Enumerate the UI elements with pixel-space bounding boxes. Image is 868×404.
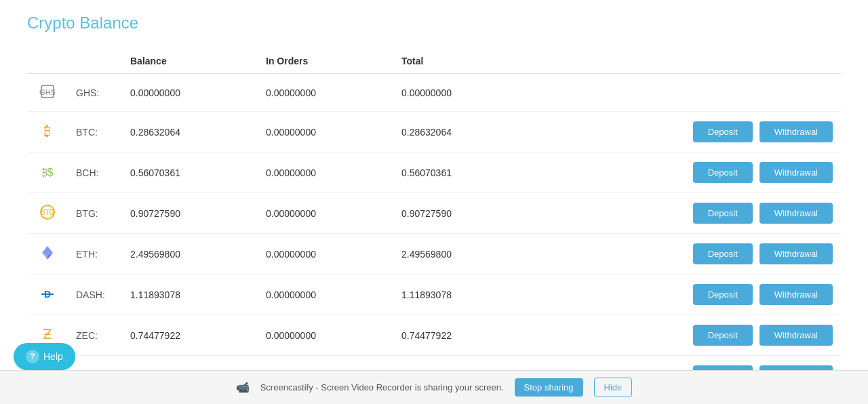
table-row: Ƶ ZEC: 0.74477922 0.00000000 0.74477922 …: [27, 315, 841, 356]
col-orders-header: In Orders: [258, 49, 393, 74]
withdrawal-button[interactable]: Withdrawal: [760, 203, 833, 224]
crypto-symbol: BCH:: [68, 153, 122, 193]
stop-sharing-button[interactable]: Stop sharing: [515, 378, 583, 397]
crypto-symbol: BTC:: [68, 112, 122, 153]
total-value: 0.00000000: [393, 74, 529, 112]
action-buttons: Deposit Withdrawal: [529, 234, 841, 275]
orders-value: 0.00000000: [258, 112, 393, 153]
deposit-button[interactable]: Deposit: [693, 203, 753, 224]
svg-text:BTG: BTG: [41, 209, 55, 216]
action-buttons: Deposit Withdrawal: [529, 275, 841, 315]
crypto-table: Balance In Orders Total GHS GHS: 0.00000…: [27, 49, 841, 396]
total-value: 0.90727590: [393, 193, 529, 234]
withdrawal-button[interactable]: Withdrawal: [760, 325, 833, 346]
action-buttons: Deposit Withdrawal: [529, 153, 841, 193]
total-value: 0.74477922: [393, 315, 529, 356]
balance-value: 0.74477922: [122, 315, 258, 356]
crypto-symbol: BTG:: [68, 193, 122, 234]
orders-value: 0.00000000: [258, 275, 393, 315]
balance-value: 1.11893078: [122, 275, 258, 315]
page-title: Crypto Balance: [27, 14, 841, 33]
table-row: ETH: 2.49569800 0.00000000 2.49569800 De…: [27, 234, 841, 275]
crypto-symbol: DASH:: [68, 275, 122, 315]
crypto-symbol: ZEC:: [68, 315, 122, 356]
total-value: 0.56070361: [393, 153, 529, 193]
action-buttons: Deposit Withdrawal: [529, 193, 841, 234]
crypto-symbol: GHS:: [68, 74, 122, 112]
deposit-button[interactable]: Deposit: [693, 325, 753, 346]
notification-bar: 📹 Screencastify - Screen Video Recorder …: [0, 370, 868, 404]
deposit-button[interactable]: Deposit: [693, 162, 753, 183]
help-label: Help: [43, 351, 63, 362]
hide-button[interactable]: Hide: [594, 378, 633, 397]
table-row: ₿$ BCH: 0.56070361 0.00000000 0.56070361…: [27, 153, 841, 193]
action-buttons: [529, 74, 841, 112]
notification-icon: 📹: [236, 381, 250, 394]
total-value: 2.49569800: [393, 234, 529, 275]
balance-value: 0.28632064: [122, 112, 258, 153]
col-symbol: [68, 49, 122, 74]
col-balance-header: Balance: [122, 49, 258, 74]
deposit-button[interactable]: Deposit: [693, 284, 753, 305]
balance-value: 0.00000000: [122, 74, 258, 112]
deposit-button[interactable]: Deposit: [693, 243, 753, 264]
orders-value: 0.00000000: [258, 234, 393, 275]
dash-icon: D: [27, 275, 68, 315]
notification-message: Screencastify - Screen Video Recorder is…: [260, 382, 504, 392]
svg-text:Ƶ: Ƶ: [43, 327, 52, 342]
col-icon: [27, 49, 68, 74]
table-row: BTG BTG: 0.90727590 0.00000000 0.9072759…: [27, 193, 841, 234]
help-icon: ?: [26, 350, 39, 363]
btg-icon: BTG: [27, 193, 68, 234]
balance-value: 0.56070361: [122, 153, 258, 193]
eth-icon: [27, 234, 68, 275]
table-header-row: Balance In Orders Total: [27, 49, 841, 74]
table-row: ₿ BTC: 0.28632064 0.00000000 0.28632064 …: [27, 112, 841, 153]
orders-value: 0.00000000: [258, 74, 393, 112]
svg-text:₿: ₿: [44, 123, 51, 138]
total-value: 0.28632064: [393, 112, 529, 153]
svg-text:GHS: GHS: [39, 88, 56, 96]
svg-text:₿$: ₿$: [42, 167, 54, 178]
balance-value: 0.90727590: [122, 193, 258, 234]
btc-icon: ₿: [27, 112, 68, 153]
orders-value: 0.00000000: [258, 193, 393, 234]
withdrawal-button[interactable]: Withdrawal: [760, 121, 833, 142]
page-container: Crypto Balance Balance In Orders Total G…: [0, 0, 868, 404]
ghs-icon: GHS: [27, 74, 68, 112]
table-row: GHS GHS: 0.00000000 0.00000000 0.0000000…: [27, 74, 841, 112]
help-button[interactable]: ? Help: [14, 343, 75, 370]
orders-value: 0.00000000: [258, 153, 393, 193]
orders-value: 0.00000000: [258, 315, 393, 356]
col-total-header: Total: [393, 49, 529, 74]
total-value: 1.11893078: [393, 275, 529, 315]
balance-value: 2.49569800: [122, 234, 258, 275]
withdrawal-button[interactable]: Withdrawal: [760, 284, 833, 305]
withdrawal-button[interactable]: Withdrawal: [760, 162, 833, 183]
deposit-button[interactable]: Deposit: [693, 121, 753, 142]
crypto-symbol: ETH:: [68, 234, 122, 275]
table-row: D DASH: 1.11893078 0.00000000 1.11893078…: [27, 275, 841, 315]
withdrawal-button[interactable]: Withdrawal: [760, 243, 833, 264]
action-buttons: Deposit Withdrawal: [529, 112, 841, 153]
action-buttons: Deposit Withdrawal: [529, 315, 841, 356]
bch-icon: ₿$: [27, 153, 68, 193]
col-actions-header: [529, 49, 841, 74]
